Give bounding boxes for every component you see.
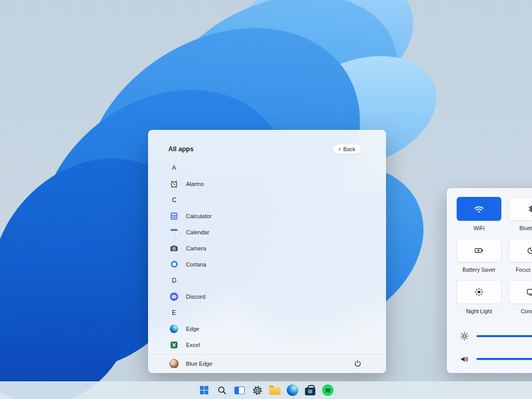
wifi-tile[interactable]: [457, 197, 501, 221]
battery-saver-tile[interactable]: [457, 238, 501, 262]
app-item-excel[interactable]: Excel: [169, 337, 385, 353]
quick-setting-connect: Connect: [509, 280, 532, 314]
app-label: Excel: [186, 342, 200, 348]
task-view-button[interactable]: [233, 383, 246, 397]
app-item-cortana[interactable]: Cortana: [169, 256, 385, 272]
camera-icon: [169, 244, 179, 253]
windows-logo-icon: [199, 385, 209, 395]
discord-icon: [169, 292, 179, 301]
letter-label: E: [172, 309, 176, 316]
store-bag-icon: [305, 388, 315, 395]
store-button[interactable]: [303, 383, 317, 397]
volume-fill: [476, 358, 532, 360]
app-label: Calendar: [186, 229, 209, 235]
file-explorer-button[interactable]: [268, 383, 282, 397]
volume-slider[interactable]: [460, 354, 532, 364]
spotify-icon: [322, 384, 334, 396]
search-button[interactable]: [215, 383, 229, 397]
app-label: Alarms: [186, 181, 204, 187]
bluetooth-tile[interactable]: [509, 197, 532, 221]
task-view-icon: [234, 387, 245, 394]
brightness-fill: [476, 335, 532, 337]
app-label: Edge: [186, 326, 200, 332]
quick-setting-bluetooth: Bluetooth: [509, 197, 532, 231]
battery-saver-label: Battery Saver: [462, 267, 496, 273]
bluetooth-icon: [526, 204, 532, 214]
app-label: Discord: [186, 294, 205, 300]
calendar-icon: [169, 228, 179, 237]
app-label: Cortana: [186, 261, 206, 268]
start-button[interactable]: [197, 383, 211, 397]
search-icon: [217, 385, 227, 395]
section-letter-e[interactable]: E: [169, 304, 385, 321]
start-menu-panel: All apps ‹ Back A Alarms C Calculator Ca…: [148, 130, 386, 373]
letter-label: A: [172, 164, 176, 171]
app-item-camera[interactable]: Camera: [169, 240, 385, 256]
app-item-edge[interactable]: Edge: [169, 321, 385, 337]
folder-icon: [269, 387, 281, 395]
quick-setting-night-light: Night Light: [457, 280, 501, 314]
settings-button[interactable]: [250, 383, 264, 397]
quick-setting-wifi: WiFi: [457, 197, 501, 231]
focus-assist-label: Focus assist: [516, 267, 532, 273]
all-apps-title: All apps: [168, 145, 194, 153]
power-button[interactable]: [351, 357, 364, 370]
quick-settings-panel: WiFi Bluetooth Battery Saver Focus assis…: [447, 188, 532, 373]
app-label: Camera: [186, 245, 206, 251]
connect-tile[interactable]: [509, 280, 532, 304]
section-letter-a[interactable]: A: [169, 159, 385, 176]
volume-icon: [460, 354, 469, 364]
app-item-calendar[interactable]: Calendar: [169, 224, 385, 240]
alarms-icon: [169, 179, 179, 189]
user-name: Blue Edge: [186, 361, 212, 367]
quick-setting-battery-saver: Battery Saver: [457, 238, 501, 273]
night-light-tile[interactable]: [457, 280, 501, 304]
edge-button[interactable]: [286, 383, 299, 397]
app-item-discord[interactable]: Discord: [169, 288, 385, 304]
wifi-icon: [473, 204, 485, 214]
brightness-slider[interactable]: [460, 331, 532, 341]
taskbar: [0, 381, 532, 399]
back-label: Back: [343, 146, 355, 152]
bluetooth-label: Bluetooth: [520, 225, 532, 231]
app-item-calculator[interactable]: Calculator: [169, 208, 385, 224]
excel-icon: [169, 340, 179, 350]
app-label: Calculator: [186, 213, 212, 219]
app-item-alarms[interactable]: Alarms: [169, 176, 385, 192]
quick-settings-sliders: [460, 331, 532, 377]
letter-label: D: [172, 277, 177, 284]
brightness-track[interactable]: [476, 335, 532, 337]
back-button[interactable]: ‹ Back: [332, 144, 362, 154]
gear-icon: [252, 385, 263, 396]
connect-screen-icon: [526, 287, 532, 297]
quick-settings-grid: WiFi Bluetooth Battery Saver Focus assis…: [447, 189, 532, 322]
connect-label: Connect: [521, 308, 532, 314]
brightness-icon: [460, 331, 469, 341]
edge-icon: [169, 324, 179, 334]
start-menu-header: All apps ‹ Back: [149, 130, 385, 159]
start-menu-footer: Blue Edge: [149, 354, 385, 373]
section-letter-d[interactable]: D: [169, 272, 385, 288]
user-profile-button[interactable]: Blue Edge: [169, 359, 212, 368]
power-icon: [354, 360, 362, 367]
section-letter-c[interactable]: C: [169, 192, 385, 208]
focus-assist-tile[interactable]: [509, 238, 532, 262]
avatar: [169, 359, 179, 368]
chevron-left-icon: ‹: [339, 147, 341, 152]
apps-list: A Alarms C Calculator Calendar Camera: [149, 159, 385, 354]
cortana-icon: [169, 260, 179, 269]
battery-saver-icon: [474, 246, 484, 255]
spotify-button[interactable]: [321, 383, 335, 397]
volume-track[interactable]: [476, 358, 532, 360]
night-light-label: Night Light: [466, 308, 492, 314]
night-light-icon: [474, 287, 484, 297]
calculator-icon: [169, 211, 179, 221]
crescent-moon-icon: [526, 246, 532, 255]
wifi-label: WiFi: [474, 225, 485, 231]
quick-setting-focus-assist: Focus assist: [509, 238, 532, 273]
letter-label: C: [172, 196, 177, 204]
edge-browser-icon: [287, 384, 298, 396]
